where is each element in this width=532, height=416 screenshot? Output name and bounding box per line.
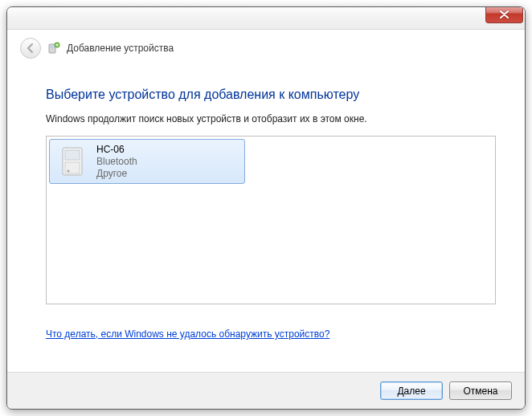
close-icon [500, 10, 509, 18]
svg-rect-5 [65, 162, 80, 173]
device-type: Bluetooth [96, 156, 137, 168]
device-name: HC-06 [96, 144, 137, 156]
device-category: Другое [96, 168, 137, 180]
footer: Далее Отмена [7, 372, 525, 409]
device-item[interactable]: HC-06 Bluetooth Другое [49, 139, 245, 184]
help-link[interactable]: Что делать, если Windows не удалось обна… [46, 328, 329, 340]
device-text: HC-06 Bluetooth Другое [96, 144, 137, 180]
svg-point-6 [68, 170, 70, 173]
add-device-icon [47, 42, 60, 55]
close-button[interactable] [485, 6, 523, 23]
window-title: Добавление устройства [67, 43, 174, 54]
device-icon [56, 144, 88, 179]
page-heading: Выберите устройство для добавления к ком… [46, 88, 496, 102]
content-area: Выберите устройство для добавления к ком… [7, 63, 525, 340]
page-subtext: Windows продолжит поиск новых устройств … [46, 113, 496, 124]
header: Добавление устройства [7, 30, 525, 63]
back-button[interactable] [20, 38, 41, 59]
next-button[interactable]: Далее [380, 381, 443, 400]
device-list: HC-06 Bluetooth Другое [46, 136, 496, 304]
back-arrow-icon [25, 43, 36, 54]
svg-rect-1 [51, 46, 55, 49]
svg-rect-4 [65, 150, 80, 160]
wizard-window: Добавление устройства Выберите устройств… [6, 6, 526, 410]
titlebar [7, 7, 525, 30]
cancel-button[interactable]: Отмена [449, 381, 512, 400]
